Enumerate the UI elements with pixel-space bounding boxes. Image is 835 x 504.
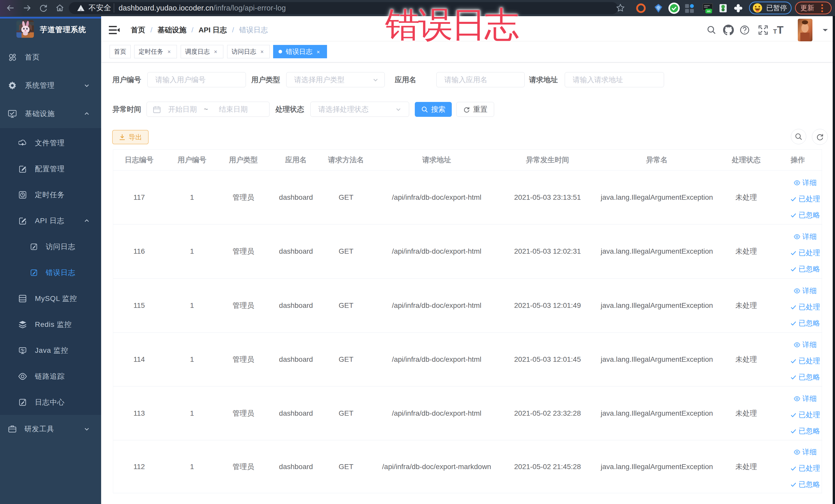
svg-text:on: on <box>707 9 711 13</box>
